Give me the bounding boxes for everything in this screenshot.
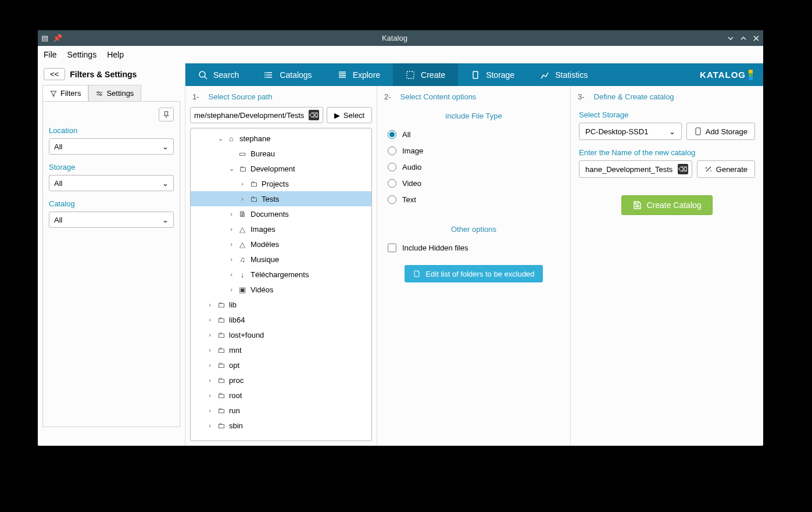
- tab-explore-label: Explore: [353, 70, 380, 80]
- column-define-create: 3-Define & Create catalog Select Storage…: [571, 86, 763, 446]
- tree-node-root[interactable]: ›🗀root: [191, 388, 371, 403]
- chevron-down-icon: ⌄: [669, 127, 675, 136]
- tree-node-images[interactable]: ›△Images: [191, 221, 371, 237]
- select-path-button[interactable]: ▶Select: [327, 107, 372, 123]
- check-hidden-input[interactable]: [388, 244, 396, 252]
- tree-node-run[interactable]: ›🗀run: [191, 403, 371, 418]
- brand-stripe-icon: [749, 70, 753, 80]
- catalog-name-value: hane_Development_Tests: [585, 165, 678, 174]
- tree-node-bureau[interactable]: ▭Bureau: [191, 146, 371, 161]
- radio-video-input[interactable]: [388, 179, 396, 188]
- svg-rect-8: [696, 128, 700, 135]
- radio-audio-input[interactable]: [388, 163, 396, 171]
- menu-file[interactable]: File: [44, 50, 57, 59]
- tree-node-lostfound[interactable]: ›🗀lost+found: [191, 327, 371, 342]
- tab-search-label: Search: [213, 70, 239, 80]
- storage-combo[interactable]: PC-Desktop-SSD1⌄: [579, 123, 682, 140]
- column-source-path: 1-Select Source path me/stephane/Develop…: [185, 86, 377, 446]
- svg-point-5: [264, 77, 266, 78]
- tree-label: run: [229, 406, 240, 415]
- svg-point-3: [264, 72, 266, 73]
- source-path-input[interactable]: me/stephane/Development/Tests ⌫: [190, 107, 323, 123]
- radio-video[interactable]: Video: [388, 175, 560, 191]
- tree-node-projects[interactable]: ›🗀Projects: [191, 176, 371, 191]
- folder-icon: 🗀: [216, 376, 226, 385]
- folder-icon: 🗀: [216, 361, 226, 370]
- tree-node-lib64[interactable]: ›🗀lib64: [191, 312, 371, 327]
- folder-icon: 🗀: [216, 316, 226, 324]
- clear-name-icon[interactable]: ⌫: [678, 164, 688, 174]
- catalog-name-label: Enter the Name of the new catalog: [579, 148, 755, 157]
- tree-node-tests[interactable]: ›🗀Tests: [191, 191, 371, 206]
- create-catalog-button[interactable]: Create Catalog: [621, 195, 712, 215]
- tree-label: Musique: [251, 255, 279, 264]
- close-icon[interactable]: [753, 35, 760, 42]
- image-icon: △: [238, 225, 247, 234]
- tree-node-modeles[interactable]: ›△Modèles: [191, 237, 371, 252]
- catalog-select[interactable]: All⌄: [49, 212, 174, 228]
- tree-label: Modèles: [251, 240, 279, 249]
- step-3-number: 3-: [578, 92, 585, 101]
- tree-node-stephane[interactable]: ⌄⌂stephane: [191, 131, 371, 146]
- tab-storage[interactable]: Storage: [458, 63, 527, 86]
- radio-image-input[interactable]: [388, 146, 396, 155]
- radio-audio[interactable]: Audio: [388, 159, 560, 175]
- tab-create[interactable]: Create: [393, 63, 458, 86]
- tree-node-proc[interactable]: ›🗀proc: [191, 373, 371, 388]
- brand-text: KATALOG: [700, 70, 746, 80]
- pin-icon[interactable]: 📌: [53, 34, 62, 42]
- step-2-number: 2-: [384, 92, 391, 101]
- filter-pin-button[interactable]: [159, 108, 174, 121]
- minimize-icon[interactable]: [727, 35, 734, 42]
- catalog-name-input[interactable]: hane_Development_Tests⌫: [579, 160, 692, 178]
- tree-node-mnt[interactable]: ›🗀mnt: [191, 342, 371, 357]
- menu-help[interactable]: Help: [107, 50, 124, 59]
- step-2-title: Select Content options: [400, 92, 477, 101]
- folder-icon: 🗀: [216, 391, 226, 400]
- tree-node-lib[interactable]: ›🗀lib: [191, 297, 371, 312]
- storage-select[interactable]: All⌄: [49, 175, 174, 191]
- tab-statistics[interactable]: Statistics: [527, 63, 600, 86]
- folder-icon: 🗀: [249, 195, 258, 203]
- tab-filters[interactable]: Filters: [42, 85, 88, 101]
- menu-settings[interactable]: Settings: [67, 50, 97, 59]
- generate-button[interactable]: Generate: [697, 160, 755, 178]
- generate-label: Generate: [716, 165, 747, 174]
- tab-settings[interactable]: Settings: [88, 85, 141, 101]
- radio-all[interactable]: All: [388, 126, 560, 142]
- location-select[interactable]: All⌄: [49, 138, 174, 155]
- radio-image[interactable]: Image: [388, 142, 560, 159]
- tab-explore[interactable]: Explore: [325, 63, 393, 86]
- titlebar: ▤ 📌 Katalog: [38, 30, 763, 46]
- tab-catalogs[interactable]: Catalogs: [252, 63, 324, 86]
- tree-node-documents[interactable]: ›🗎Documents: [191, 206, 371, 221]
- tree-node-videos[interactable]: ›▣Vidéos: [191, 282, 371, 297]
- clear-path-icon[interactable]: ⌫: [309, 110, 319, 120]
- titlebar-left-icons: ▤ 📌: [41, 34, 62, 42]
- tree-label: root: [229, 391, 242, 400]
- tree-label: lib64: [229, 316, 245, 324]
- maximize-icon[interactable]: [740, 35, 747, 42]
- tree-node-opt[interactable]: ›🗀opt: [191, 357, 371, 373]
- step-1-title: Select Source path: [209, 92, 273, 101]
- radio-text-input[interactable]: [388, 195, 396, 204]
- tree-node-telechargements[interactable]: ›↓Téléchargements: [191, 267, 371, 282]
- other-options-section-label: Other options: [377, 225, 570, 234]
- check-hidden-files[interactable]: Include Hidden files: [388, 239, 560, 256]
- tree-node-musique[interactable]: ›♫Musique: [191, 252, 371, 267]
- folder-tree[interactable]: ⌄⌂stephane ▭Bureau ⌄🗀Development ›🗀Proje…: [190, 128, 372, 441]
- tab-search[interactable]: Search: [185, 63, 252, 86]
- radio-all-input[interactable]: [388, 130, 396, 139]
- svg-point-4: [264, 74, 266, 76]
- folder-icon: 🗀: [216, 331, 226, 339]
- folder-icon: 🗀: [238, 164, 247, 173]
- main: Search Catalogs Explore Create Storage S…: [185, 63, 763, 446]
- edit-excluded-button[interactable]: Edit list of folders to be excluded: [405, 265, 542, 282]
- tree-node-sbin[interactable]: ›🗀sbin: [191, 418, 371, 433]
- collapse-sidebar-button[interactable]: <<: [44, 68, 65, 80]
- tree-node-development[interactable]: ⌄🗀Development: [191, 161, 371, 176]
- storage-value: All: [54, 179, 62, 188]
- add-storage-button[interactable]: Add Storage: [686, 123, 755, 140]
- radio-text[interactable]: Text: [388, 191, 560, 207]
- radio-text-label: Text: [402, 195, 416, 204]
